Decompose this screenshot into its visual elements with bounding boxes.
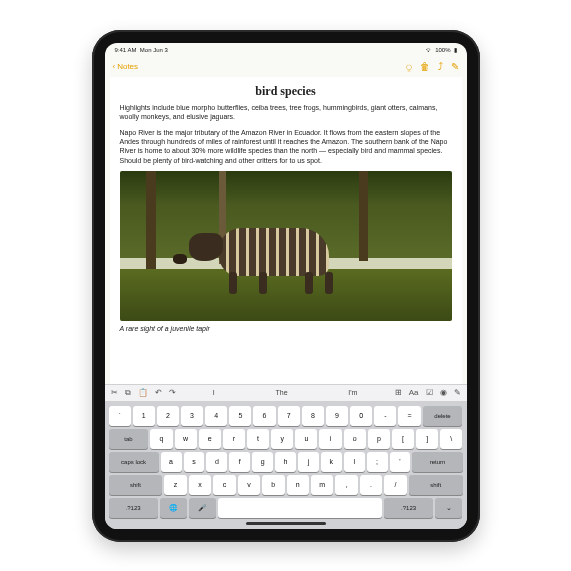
key-w[interactable]: w [175,429,197,449]
tapir-photo[interactable] [120,171,452,321]
camera-icon[interactable]: ◉ [440,388,447,397]
key-sym[interactable]: ' [390,452,411,472]
key-a[interactable]: a [161,452,182,472]
redo-icon[interactable]: ↷ [169,388,176,397]
key-b[interactable]: b [262,475,284,495]
ipad-screen: 9:41 AM Mon Jun 3 ᯤ 100% ▮ ‹ Notes ⍜ 🗑 ⤴… [105,43,467,529]
key-sym[interactable]: ; [367,452,388,472]
key-c[interactable]: c [213,475,235,495]
status-time: 9:41 AM [115,47,137,53]
photo-caption: A rare sight of a juvenile tapir [120,324,452,333]
key-5[interactable]: 5 [229,406,251,426]
key-t[interactable]: t [247,429,269,449]
wifi-icon: ᯤ [426,47,432,53]
key-return[interactable]: return [412,452,462,472]
copy-icon[interactable]: ⧉ [125,388,131,398]
format-icon[interactable]: Aa [409,388,419,397]
paragraph-2: Napo River is the major tributary of the… [120,128,452,166]
key-2[interactable]: 2 [157,406,179,426]
key-d[interactable]: d [206,452,227,472]
paste-icon[interactable]: 📋 [138,388,148,397]
checklist-icon[interactable]: ☑ [426,388,433,397]
photo-tree [359,171,368,261]
markup-icon[interactable]: ✎ [454,388,461,397]
key-k[interactable]: k [321,452,342,472]
key-tab[interactable]: tab [109,429,149,449]
key-sym[interactable]: 🌐 [160,498,187,518]
key-f[interactable]: f [229,452,250,472]
key-v[interactable]: v [238,475,260,495]
key-123[interactable]: .?123 [384,498,433,518]
key-delete[interactable]: delete [423,406,463,426]
key-6[interactable]: 6 [253,406,275,426]
key-4[interactable]: 4 [205,406,227,426]
paragraph-1: Highlights include blue morpho butterfli… [120,103,452,122]
key-123[interactable]: .?123 [109,498,158,518]
key-shift[interactable]: shift [109,475,163,495]
key-g[interactable]: g [252,452,273,472]
suggestion[interactable]: I'm [342,389,363,396]
key-n[interactable]: n [287,475,309,495]
photo-ground [120,269,452,322]
photo-tapir-body [219,228,329,276]
key-j[interactable]: j [298,452,319,472]
suggestion-bar: I The I'm [183,389,388,396]
key-p[interactable]: p [368,429,390,449]
key-8[interactable]: 8 [302,406,324,426]
battery-label: 100% [435,47,450,53]
key-0[interactable]: 0 [350,406,372,426]
key-sym[interactable]: - [374,406,396,426]
status-bar: 9:41 AM Mon Jun 3 ᯤ 100% ▮ [105,43,467,57]
keyboard-toolbar: ✂ ⧉ 📋 ↶ ↷ I The I'm ⊞ Aa ☑ ◉ ✎ [105,384,467,402]
key-sym[interactable]: ] [416,429,438,449]
note-content[interactable]: bird species Highlights include blue mor… [110,77,462,384]
photo-tree [146,171,156,269]
key-u[interactable]: u [295,429,317,449]
suggestion[interactable]: The [269,389,293,396]
key-y[interactable]: y [271,429,293,449]
back-button[interactable]: ‹ Notes [113,62,139,71]
key-s[interactable]: s [184,452,205,472]
key-o[interactable]: o [344,429,366,449]
trash-icon[interactable]: 🗑 [420,61,430,72]
photo-tapir-leg [305,272,313,294]
suggestion[interactable]: I [207,389,221,396]
key-e[interactable]: e [199,429,221,449]
share-icon[interactable]: ⤴ [438,61,443,72]
key-m[interactable]: m [311,475,333,495]
undo-icon[interactable]: ↶ [155,388,162,397]
key-z[interactable]: z [164,475,186,495]
key-3[interactable]: 3 [181,406,203,426]
table-icon[interactable]: ⊞ [395,388,402,397]
key-sym[interactable]: 🎤 [189,498,216,518]
photo-tapir-leg [259,272,267,294]
key-1[interactable]: 1 [133,406,155,426]
cut-icon[interactable]: ✂ [111,388,118,397]
key-h[interactable]: h [275,452,296,472]
key-9[interactable]: 9 [326,406,348,426]
key-shift[interactable]: shift [409,475,463,495]
battery-icon: ▮ [454,46,457,53]
key-7[interactable]: 7 [278,406,300,426]
key-space[interactable] [218,498,382,518]
key-sym[interactable]: / [384,475,406,495]
key-q[interactable]: q [150,429,172,449]
compose-icon[interactable]: ✎ [451,61,459,72]
key-sym[interactable]: [ [392,429,414,449]
key-sym[interactable]: = [398,406,420,426]
key-i[interactable]: i [319,429,341,449]
key-r[interactable]: r [223,429,245,449]
key-capslock[interactable]: caps lock [109,452,159,472]
key-l[interactable]: l [344,452,365,472]
back-label: Notes [117,62,138,71]
key-sym[interactable]: ` [109,406,131,426]
people-icon[interactable]: ⍜ [406,61,412,72]
key-sym[interactable]: ⌄ [435,498,462,518]
key-sym[interactable]: , [335,475,357,495]
key-x[interactable]: x [189,475,211,495]
key-sym[interactable]: . [360,475,382,495]
note-title: bird species [120,83,452,99]
key-sym[interactable]: \ [440,429,462,449]
keyboard: `1234567890-=delete tabqwertyuiop[]\ cap… [105,402,467,529]
home-indicator[interactable] [246,522,326,525]
